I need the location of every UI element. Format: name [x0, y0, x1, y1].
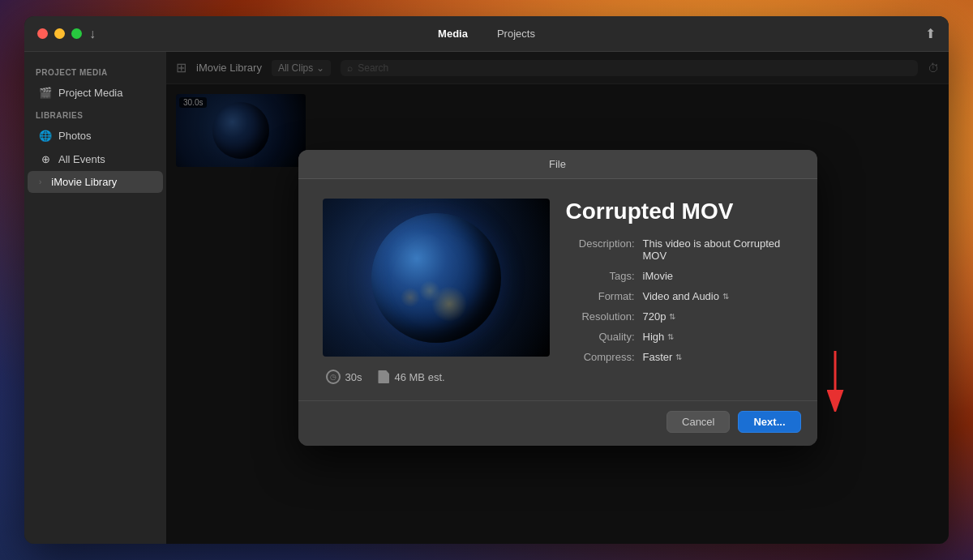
info-row-description: Description: This video is about Corrupt…: [566, 237, 793, 262]
info-row-tags: Tags: iMovie: [566, 270, 793, 282]
compress-value: Faster: [643, 351, 673, 363]
resolution-selector[interactable]: 720p ⇅: [643, 310, 676, 323]
globe-lights: [371, 213, 501, 343]
description-value: This video is about Corrupted MOV: [643, 237, 793, 262]
media-browser: ⊞ iMovie Library All Clips ⌄ ⌕ ⏱ 30.0s: [166, 52, 949, 544]
compress-arrows: ⇅: [675, 353, 682, 361]
maximize-button[interactable]: [71, 28, 82, 39]
sidebar-item-label-project-media: Project Media: [58, 87, 122, 99]
sidebar-item-label-photos: Photos: [58, 130, 91, 142]
dialog-titlebar: File: [298, 150, 817, 179]
quality-selector[interactable]: High ⇅: [643, 331, 675, 343]
section-project-media: Project Media: [24, 62, 166, 80]
sidebar-item-label-all-events: All Events: [58, 153, 105, 165]
share-icon[interactable]: ⬆: [925, 26, 936, 41]
globe-sphere: [371, 213, 501, 343]
main-content: Project Media 🎬 Project Media Libraries …: [24, 52, 949, 544]
info-row-resolution: Resolution: 720p ⇅: [566, 310, 793, 323]
sidebar-item-photos[interactable]: 🌐 Photos: [28, 124, 163, 147]
meta-size: 46 MB est.: [378, 370, 444, 383]
window-controls: [37, 28, 82, 39]
download-icon[interactable]: ↓: [89, 27, 96, 41]
format-arrows: ⇅: [722, 292, 729, 301]
cancel-button[interactable]: Cancel: [667, 411, 730, 433]
dialog-info: Corrupted MOV Description: This video is…: [550, 199, 793, 384]
dialog-footer: Cancel Next...: [298, 400, 817, 446]
section-libraries: Libraries: [24, 105, 166, 123]
next-button[interactable]: Next...: [738, 411, 800, 433]
minimize-button[interactable]: [54, 28, 65, 39]
chevron-icon: ›: [39, 177, 41, 186]
format-value: Video and Audio: [643, 290, 719, 302]
meta-duration: ◷ 30s: [326, 370, 362, 384]
dialog-globe-inner: [323, 199, 550, 357]
resolution-label: Resolution:: [566, 310, 643, 323]
size-value: 46 MB est.: [394, 371, 444, 383]
dialog-preview: ◷ 30s 46 MB est.: [323, 199, 550, 384]
sidebar-item-imovie-library[interactable]: › iMovie Library: [28, 171, 163, 193]
photos-icon: 🌐: [39, 129, 52, 142]
sidebar: Project Media 🎬 Project Media Libraries …: [24, 52, 166, 544]
dialog-window-title: File: [549, 158, 566, 170]
sidebar-item-project-media[interactable]: 🎬 Project Media: [28, 81, 163, 104]
tab-projects[interactable]: Projects: [491, 24, 542, 43]
file-dialog: File: [298, 150, 817, 446]
resolution-value: 720p: [643, 310, 667, 323]
quality-label: Quality:: [566, 331, 643, 343]
dialog-meta-bottom: ◷ 30s 46 MB est.: [323, 370, 550, 384]
info-row-compress: Compress: Faster ⇅: [566, 351, 793, 363]
duration-icon: ◷: [326, 370, 341, 384]
sidebar-item-all-events[interactable]: ⊕ All Events: [28, 147, 163, 170]
tags-label: Tags:: [566, 270, 643, 282]
red-arrow-icon: [819, 347, 851, 412]
modal-backdrop: File: [166, 52, 949, 544]
sidebar-item-label-imovie-library: iMovie Library: [51, 176, 117, 188]
duration-value: 30s: [345, 371, 362, 383]
resolution-arrows: ⇅: [669, 312, 675, 321]
description-label: Description:: [566, 237, 643, 262]
close-button[interactable]: [37, 28, 48, 39]
quality-value: High: [643, 331, 665, 343]
compress-label: Compress:: [566, 351, 643, 363]
film-icon: 🎬: [39, 86, 52, 99]
dialog-body: ◷ 30s 46 MB est. Corrupte: [298, 179, 817, 400]
title-bar: ↓ Media Projects ⬆: [24, 16, 949, 52]
arrow-annotation: [819, 347, 851, 415]
tab-media[interactable]: Media: [431, 24, 474, 43]
size-icon: [378, 370, 389, 383]
dialog-title: Corrupted MOV: [566, 199, 793, 224]
format-label: Format:: [566, 290, 643, 302]
info-row-quality: Quality: High ⇅: [566, 331, 793, 343]
compress-selector[interactable]: Faster ⇅: [643, 351, 683, 363]
info-row-format: Format: Video and Audio ⇅: [566, 290, 793, 302]
quality-arrows: ⇅: [667, 332, 674, 341]
tab-bar: Media Projects: [431, 24, 542, 43]
all-events-icon: ⊕: [39, 152, 52, 165]
dialog-globe-container: [323, 199, 550, 357]
app-window: ↓ Media Projects ⬆ Project Media 🎬 Proje…: [24, 16, 949, 544]
format-selector[interactable]: Video and Audio ⇅: [643, 290, 729, 302]
tags-value: iMovie: [643, 270, 674, 282]
